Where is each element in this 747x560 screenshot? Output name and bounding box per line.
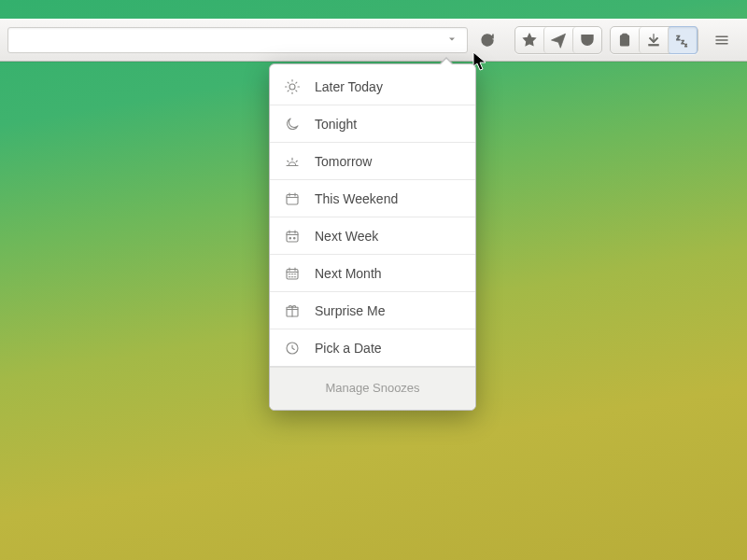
menu-item-label: This Weekend: [315, 191, 462, 206]
svg-rect-0: [621, 35, 629, 46]
menu-item-label: Next Week: [315, 229, 462, 244]
menu-item-label: Later Today: [315, 79, 462, 94]
sunrise-icon: [283, 152, 302, 171]
snooze-menu: Later Today Tonight Tomorrow This Weeken…: [269, 63, 476, 411]
menu-item-tomorrow[interactable]: Tomorrow: [270, 143, 475, 180]
calendar-grid-icon: [283, 264, 302, 283]
manage-snoozes-label: Manage Snoozes: [325, 381, 419, 395]
svg-text:z: z: [676, 34, 680, 42]
menu-item-surprise-me[interactable]: Surprise Me: [270, 292, 475, 329]
snooze-button[interactable]: z z z: [668, 26, 698, 54]
bookmark-star-button[interactable]: [515, 27, 543, 53]
cursor-icon: [472, 51, 487, 72]
clock-icon: [283, 339, 302, 357]
menu-item-label: Next Month: [315, 266, 462, 281]
clipboard-button[interactable]: [611, 27, 639, 53]
svg-point-10: [294, 237, 296, 239]
svg-rect-2: [649, 45, 659, 47]
browser-toolbar: z z z: [0, 19, 747, 62]
toolbar-group-1: [514, 26, 602, 54]
url-bar[interactable]: [7, 27, 468, 53]
menu-item-label: Tomorrow: [315, 154, 462, 169]
menu-item-label: Pick a Date: [315, 341, 462, 356]
menu-item-pick-a-date[interactable]: Pick a Date: [270, 329, 475, 367]
menu-item-this-weekend[interactable]: This Weekend: [270, 180, 475, 217]
moon-icon: [283, 115, 302, 133]
svg-rect-7: [287, 194, 298, 204]
hamburger-menu-button[interactable]: [709, 27, 735, 53]
stage: z z z Later Today: [0, 0, 747, 560]
svg-point-9: [289, 237, 291, 239]
svg-text:z: z: [684, 42, 687, 48]
menu-item-label: Surprise Me: [315, 303, 462, 318]
calendar-icon: [283, 189, 302, 208]
menu-item-tonight[interactable]: Tonight: [270, 105, 475, 143]
pocket-button[interactable]: [572, 27, 601, 53]
calendar-dots-icon: [283, 227, 302, 245]
toolbar-group-2: z z z: [610, 26, 698, 54]
download-button[interactable]: [639, 27, 668, 53]
manage-snoozes-link[interactable]: Manage Snoozes: [270, 367, 475, 410]
reload-button[interactable]: [474, 27, 500, 53]
svg-point-6: [289, 84, 295, 90]
menu-item-label: Tonight: [315, 117, 462, 132]
menu-item-next-week[interactable]: Next Week: [270, 217, 475, 255]
menu-item-next-month[interactable]: Next Month: [270, 255, 475, 292]
sun-outline-icon: [283, 77, 302, 96]
send-button[interactable]: [543, 27, 572, 53]
svg-rect-1: [623, 34, 627, 35]
snooze-menu-list: Later Today Tonight Tomorrow This Weeken…: [270, 64, 475, 367]
svg-rect-8: [287, 231, 298, 242]
menu-item-later-today[interactable]: Later Today: [270, 68, 475, 105]
dropdown-chevron-icon[interactable]: [443, 30, 461, 50]
gift-icon: [283, 301, 302, 320]
